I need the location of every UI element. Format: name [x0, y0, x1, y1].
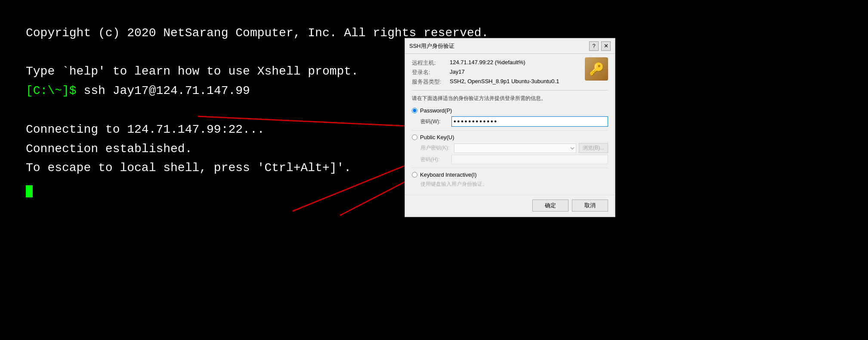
user-key-select[interactable] [454, 143, 576, 153]
password-field-row: 密码(W): [412, 116, 608, 127]
prompt: [C:\~]$ [26, 84, 77, 97]
dialog-description: 请在下面选择适当的身份验证方法并提供登录所需的信息。 [412, 90, 608, 102]
server-type-label: 服务器类型: [412, 78, 446, 86]
pubkey-key-row: 用户密钥(K): 浏览(B)... [412, 143, 608, 153]
dialog-titlebar: SSH用户身份验证 ? ✕ [405, 38, 615, 54]
dialog-avatar: 🔑 [585, 57, 608, 81]
password-section: Password(P) 密码(W): [412, 107, 608, 127]
passphrase-input [451, 155, 608, 164]
section-divider-1 [412, 130, 608, 131]
login-value: Jay17 [450, 69, 608, 75]
escape-line: To escape to local shell, press 'Ctrl+Al… [26, 161, 351, 175]
remote-host-value: 124.71.147.99:22 (%default%) [450, 59, 608, 66]
pubkey-section: Public Key(U) 用户密钥(K): 浏览(B)... 密码(H): [412, 134, 608, 164]
command: ssh Jay17@124.71.147.99 [77, 84, 250, 97]
pubkey-radio-label[interactable]: Public Key(U) [420, 134, 454, 140]
keyboard-radio[interactable] [412, 172, 417, 178]
keyboard-radio-label[interactable]: Keyboard Interactive(I) [420, 172, 477, 178]
password-radio[interactable] [412, 108, 417, 113]
connecting-line: Connecting to 124.71.147.99:22... [26, 123, 265, 136]
pubkey-radio[interactable] [412, 134, 417, 140]
remote-host-label: 远程主机: [412, 59, 446, 67]
browse-button[interactable]: 浏览(B)... [579, 143, 608, 153]
keyboard-section: Keyboard Interactive(I) 使用键盘输入用户身份验证。 [412, 172, 608, 188]
keyboard-radio-row: Keyboard Interactive(I) [412, 172, 608, 178]
password-radio-row: Password(P) [412, 107, 608, 114]
dialog-close-button[interactable]: ✕ [601, 41, 611, 51]
connected-line: Connection established. [26, 142, 192, 156]
ssh-auth-dialog: SSH用户身份验证 ? ✕ 远程主机: 124.71.147.99:22 (%d… [405, 38, 615, 217]
pubkey-pass-row: 密码(H): [412, 155, 608, 164]
dialog-help-button[interactable]: ? [589, 41, 599, 51]
dialog-title: SSH用户身份验证 [409, 42, 454, 50]
password-radio-label[interactable]: Password(P) [420, 107, 452, 114]
password-label: 密码(W): [420, 118, 451, 125]
dialog-title-controls: ? ✕ [589, 41, 611, 51]
terminal-cursor [26, 185, 33, 197]
cancel-button[interactable]: 取消 [572, 200, 608, 212]
help-line: Type `help' to learn how to use Xshell p… [26, 65, 358, 78]
pubkey-radio-row: Public Key(U) [412, 134, 608, 140]
password-input[interactable] [451, 116, 608, 127]
login-label: 登录名: [412, 69, 446, 76]
user-key-label: 用户密钥(K): [420, 144, 451, 152]
avatar-icon: 🔑 [589, 62, 604, 76]
keyboard-description: 使用键盘输入用户身份验证。 [412, 181, 608, 188]
dialog-footer: 确定 取消 [405, 195, 615, 217]
passphrase-label: 密码(H): [420, 156, 451, 163]
dialog-content: 远程主机: 124.71.147.99:22 (%default%) 登录名: … [405, 54, 615, 195]
dialog-info-grid: 远程主机: 124.71.147.99:22 (%default%) 登录名: … [412, 59, 608, 86]
section-divider-2 [412, 168, 608, 168]
confirm-button[interactable]: 确定 [532, 200, 568, 212]
server-type-value: SSH2, OpenSSH_8.9p1 Ubuntu-3ubuntu0.1 [450, 78, 608, 84]
